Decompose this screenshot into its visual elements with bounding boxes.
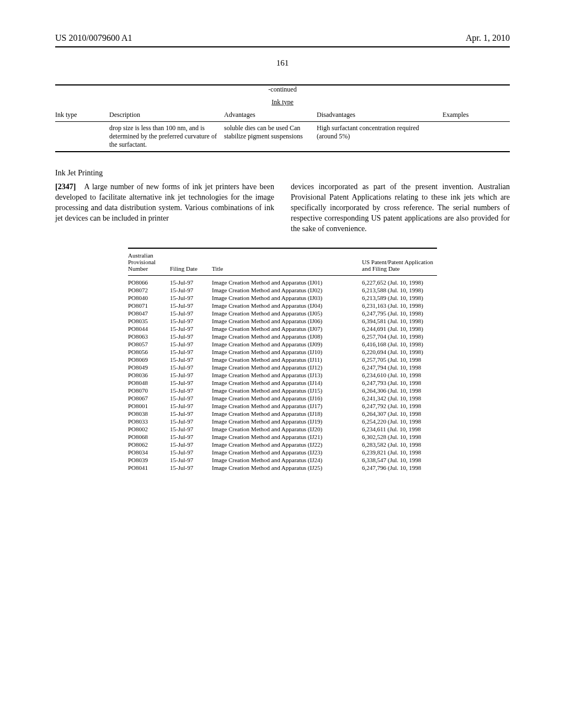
cell-aus-number: PO8070 — [128, 387, 170, 394]
cell-us-patent: 6,241,342 (Jul. 10, 1998 — [362, 394, 437, 402]
cell-aus-number: PO8066 — [128, 276, 170, 287]
cell-title: Image Creation Method and Apparatus (IJ2… — [212, 464, 362, 472]
cell-filing-date: 15-Jul-97 — [170, 294, 212, 302]
cell-disadvantages: High surfactant concentration required (… — [317, 122, 443, 152]
cell-us-patent: 6,416,168 (Jul. 10, 1998) — [362, 340, 437, 348]
cell-us-patent: 6,231,163 (Jul. 10, 1998) — [362, 302, 437, 309]
cell-aus-number: PO8038 — [128, 410, 170, 417]
cell-us-patent: 6,247,794 (Jul. 10, 1998 — [362, 363, 437, 371]
cell-us-patent: 6,257,704 (Jul. 10, 1998) — [362, 333, 437, 340]
cell-us-patent: 6,239,821 (Jul. 10, 1998 — [362, 448, 437, 456]
cell-title: Image Creation Method and Apparatus (IJ0… — [212, 340, 362, 348]
cell-title: Image Creation Method and Apparatus (IJ1… — [212, 387, 362, 394]
cell-aus-number: PO8001 — [128, 402, 170, 410]
ink-type-table: -continued Ink type Ink type Description… — [55, 84, 510, 152]
paragraph-text: devices incorporated as part of the pres… — [291, 183, 510, 233]
table-row: PO804115-Jul-97Image Creation Method and… — [128, 464, 437, 472]
table-row: PO807215-Jul-97Image Creation Method and… — [128, 286, 437, 294]
th-filing-date: Filing Date — [170, 249, 212, 276]
cell-title: Image Creation Method and Apparatus (IJ0… — [212, 286, 362, 294]
table-row: PO803315-Jul-97Image Creation Method and… — [128, 417, 437, 425]
page-number: 161 — [55, 58, 510, 68]
cell-advantages: soluble dies can be used Can stabilize p… — [224, 122, 317, 152]
table-row: PO807015-Jul-97Image Creation Method and… — [128, 387, 437, 394]
cell-title: Image Creation Method and Apparatus (IJ0… — [212, 309, 362, 317]
cell-filing-date: 15-Jul-97 — [170, 402, 212, 410]
cell-us-patent: 6,257,705 (Jul. 10, 1998 — [362, 356, 437, 363]
cell-aus-number: PO8002 — [128, 425, 170, 433]
cell-title: Image Creation Method and Apparatus (IJ1… — [212, 379, 362, 387]
cell-aus-number: PO8063 — [128, 333, 170, 340]
cell-title: Image Creation Method and Apparatus (IJ1… — [212, 356, 362, 363]
cell-filing-date: 15-Jul-97 — [170, 325, 212, 333]
cell-title: Image Creation Method and Apparatus (IJ1… — [212, 348, 362, 356]
cell-filing-date: 15-Jul-97 — [170, 363, 212, 371]
cell-filing-date: 15-Jul-97 — [170, 302, 212, 309]
table-row: PO807115-Jul-97Image Creation Method and… — [128, 302, 437, 309]
cell-aus-number: PO8040 — [128, 294, 170, 302]
publication-date: Apr. 1, 2010 — [466, 33, 510, 43]
cell-title: Image Creation Method and Apparatus (IJ2… — [212, 441, 362, 448]
cell-us-patent: 6,338,547 (Jul. 10, 1998 — [362, 456, 437, 464]
cell-filing-date: 15-Jul-97 — [170, 410, 212, 417]
table-row: PO803915-Jul-97Image Creation Method and… — [128, 456, 437, 464]
cell-title: Image Creation Method and Apparatus (IJ0… — [212, 317, 362, 325]
cell-us-patent: 6,213,589 (Jul. 10, 1998) — [362, 294, 437, 302]
cell-us-patent: 6,234,610 (Jul. 10, 1998 — [362, 371, 437, 379]
table-row: PO803815-Jul-97Image Creation Method and… — [128, 410, 437, 417]
cell-title: Image Creation Method and Apparatus (IJ0… — [212, 276, 362, 287]
cell-us-patent: 6,247,796 (Jul. 10, 1998 — [362, 464, 437, 472]
cell-filing-date: 15-Jul-97 — [170, 371, 212, 379]
th-advantages: Advantages — [224, 109, 317, 122]
cell-aus-number: PO8036 — [128, 371, 170, 379]
cell-aus-number: PO8062 — [128, 441, 170, 448]
page-header: US 2010/0079600 A1 Apr. 1, 2010 — [55, 33, 510, 43]
publication-number: US 2010/0079600 A1 — [55, 33, 132, 43]
cell-title: Image Creation Method and Apparatus (IJ1… — [212, 394, 362, 402]
table-row: PO800115-Jul-97Image Creation Method and… — [128, 402, 437, 410]
table-row: PO804915-Jul-97Image Creation Method and… — [128, 363, 437, 371]
cell-title: Image Creation Method and Apparatus (IJ1… — [212, 402, 362, 410]
cell-us-patent: 6,247,792 (Jul. 10, 1998 — [362, 402, 437, 410]
th-disadvantages: Disadvantages — [317, 109, 443, 122]
cell-us-patent: 6,247,793 (Jul. 10, 1998 — [362, 379, 437, 387]
cell-filing-date: 15-Jul-97 — [170, 441, 212, 448]
cell-filing-date: 15-Jul-97 — [170, 379, 212, 387]
cell-filing-date: 15-Jul-97 — [170, 456, 212, 464]
cell-title: Image Creation Method and Apparatus (IJ1… — [212, 371, 362, 379]
cell-aus-number: PO8039 — [128, 456, 170, 464]
cell-aus-number: PO8034 — [128, 448, 170, 456]
cell-aus-number: PO8041 — [128, 464, 170, 472]
paragraph-number: [2347] — [55, 183, 76, 191]
patent-table: Australian Provisional Number Filing Dat… — [128, 248, 437, 472]
th-title: Title — [212, 249, 362, 276]
th-description: Description — [109, 109, 224, 122]
cell-examples — [443, 122, 510, 152]
cell-filing-date: 15-Jul-97 — [170, 387, 212, 394]
cell-us-patent: 6,283,582 (Jul. 10, 1998 — [362, 441, 437, 448]
th-us-patent: US Patent/Patent Application and Filing … — [362, 249, 437, 276]
table-row: PO804715-Jul-97Image Creation Method and… — [128, 309, 437, 317]
cell-aus-number: PO8069 — [128, 356, 170, 363]
cell-aus-number: PO8048 — [128, 379, 170, 387]
cell-title: Image Creation Method and Apparatus (IJ2… — [212, 433, 362, 441]
table-row: PO805715-Jul-97Image Creation Method and… — [128, 340, 437, 348]
cell-aus-number: PO8056 — [128, 348, 170, 356]
table-row: PO806715-Jul-97Image Creation Method and… — [128, 394, 437, 402]
continued-label: -continued — [55, 85, 510, 94]
column-right: devices incorporated as part of the pres… — [291, 182, 510, 234]
cell-filing-date: 15-Jul-97 — [170, 448, 212, 456]
table-row: PO804415-Jul-97Image Creation Method and… — [128, 325, 437, 333]
cell-title: Image Creation Method and Apparatus (IJ1… — [212, 410, 362, 417]
cell-aus-number: PO8035 — [128, 317, 170, 325]
cell-us-patent: 6,244,691 (Jul. 10, 1998) — [362, 325, 437, 333]
table-row: PO805615-Jul-97Image Creation Method and… — [128, 348, 437, 356]
cell-us-patent: 6,247,795 (Jul. 10, 1998) — [362, 309, 437, 317]
cell-filing-date: 15-Jul-97 — [170, 464, 212, 472]
th-aus-number: Australian Provisional Number — [128, 249, 170, 276]
table-row: PO806815-Jul-97Image Creation Method and… — [128, 433, 437, 441]
table-row: drop size is less than 100 nm, and is de… — [55, 122, 510, 152]
table-row: PO804015-Jul-97Image Creation Method and… — [128, 294, 437, 302]
cell-filing-date: 15-Jul-97 — [170, 309, 212, 317]
cell-aus-number: PO8057 — [128, 340, 170, 348]
